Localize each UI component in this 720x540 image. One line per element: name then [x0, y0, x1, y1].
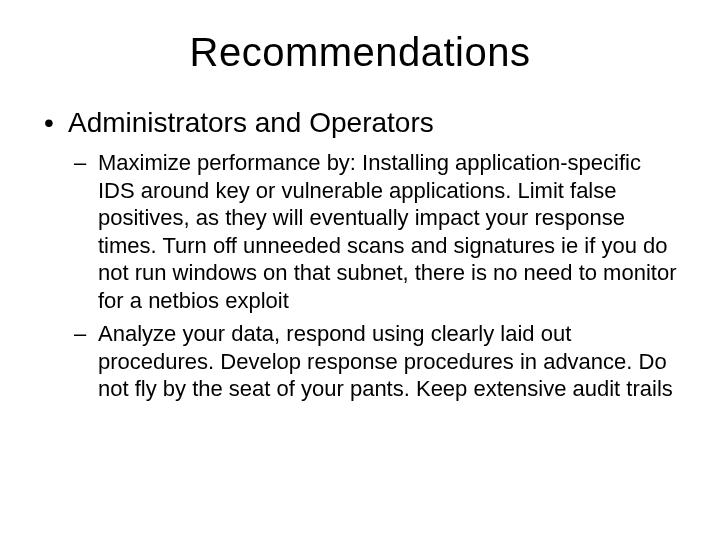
bullet-text-level1: Administrators and Operators — [68, 107, 434, 138]
slide-title: Recommendations — [40, 30, 680, 75]
bullet-text-level2: Analyze your data, respond using clearly… — [98, 321, 673, 401]
slide: Recommendations Administrators and Opera… — [0, 0, 720, 540]
bullet-item-level2: Analyze your data, respond using clearly… — [68, 320, 680, 403]
bullet-item-level2: Maximize performance by: Installing appl… — [68, 149, 680, 314]
bullet-text-level2: Maximize performance by: Installing appl… — [98, 150, 676, 313]
bullet-list-level2: Maximize performance by: Installing appl… — [68, 149, 680, 403]
bullet-list-level1: Administrators and Operators Maximize pe… — [40, 105, 680, 403]
bullet-item-level1: Administrators and Operators Maximize pe… — [40, 105, 680, 403]
